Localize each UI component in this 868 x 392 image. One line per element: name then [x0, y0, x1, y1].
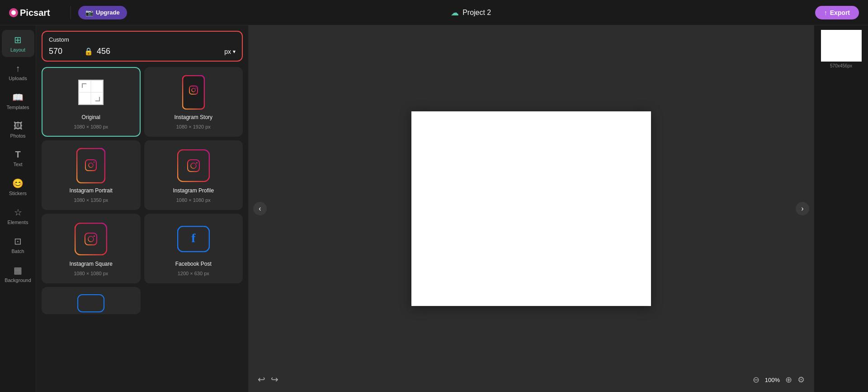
lock-icon: 🔒 [84, 47, 93, 56]
sidebar-item-batch[interactable]: ⊡ Batch [2, 231, 34, 258]
svg-rect-10 [183, 76, 204, 109]
size-name-ig-profile: Instagram Profile [173, 187, 214, 194]
canvas-next-button[interactable]: › [796, 202, 809, 215]
size-grid: Original 1080 × 1080 px [42, 67, 243, 314]
canvas-area: ‹ › ↩ ↪ ⊖ 100% ⊕ ⚙ [249, 25, 814, 392]
sidebar-item-photos[interactable]: 🖼 Photos [2, 116, 34, 143]
thumbnail-preview [821, 30, 862, 62]
project-name: Project 2 [462, 9, 491, 17]
svg-rect-28 [78, 295, 104, 312]
background-icon: ▦ [14, 265, 22, 276]
custom-label: Custom [49, 36, 236, 43]
header: Picsart 📷 Upgrade ☁ Project 2 ↑ Export [0, 0, 868, 25]
sidebar-item-label-stickers: Stickers [9, 191, 27, 196]
cloud-icon: ☁ [451, 8, 459, 18]
text-icon: T [15, 149, 20, 160]
sidebar-item-label-batch: Batch [11, 249, 24, 254]
size-dims-original: 1080 × 1080 px [74, 124, 108, 129]
size-item-icon-partial [77, 294, 104, 314]
settings-button[interactable]: ⚙ [797, 375, 805, 385]
sidebar-item-templates[interactable]: 📖 Templates [2, 87, 34, 115]
size-item-icon-fb-post: f [175, 221, 212, 257]
sidebar-item-uploads[interactable]: ↑ Uploads [2, 59, 34, 86]
sidebar-item-label-layout: Layout [10, 47, 25, 53]
batch-icon: ⊡ [14, 236, 22, 247]
layout-icon: ⊞ [14, 34, 22, 45]
chevron-down-icon: ▾ [233, 48, 236, 55]
sidebar-item-text[interactable]: T Text [2, 145, 34, 172]
svg-rect-22 [75, 223, 107, 255]
size-name-fb-post: Facebook Post [175, 261, 212, 267]
sidebar: ⊞ Layout ↑ Uploads 📖 Templates 🖼 Photos … [0, 25, 36, 392]
photos-icon: 🖼 [14, 121, 23, 131]
size-item-icon-ig-profile [175, 148, 212, 184]
logo[interactable]: Picsart [9, 5, 63, 20]
svg-point-1 [11, 10, 16, 15]
size-item-icon-ig-portrait [73, 148, 109, 184]
size-item-ig-portrait[interactable]: Instagram Portrait 1080 × 1350 px [42, 140, 141, 210]
custom-inputs: 🔒 px ▾ [49, 47, 236, 56]
main: ⊞ Layout ↑ Uploads 📖 Templates 🖼 Photos … [0, 25, 868, 392]
size-item-icon-ig-square [73, 221, 109, 257]
svg-rect-9 [99, 97, 100, 101]
svg-rect-7 [82, 83, 83, 88]
sidebar-item-label-text: Text [13, 162, 22, 167]
height-input[interactable] [97, 47, 128, 56]
sidebar-item-background[interactable]: ▦ Background [2, 260, 34, 287]
thumbnail-label: 570x456px [830, 63, 852, 68]
size-item-icon-ig-story [175, 74, 212, 110]
zoom-out-button[interactable]: ⊖ [753, 375, 760, 385]
size-item-partial[interactable] [42, 287, 141, 314]
size-item-ig-square[interactable]: Instagram Square 1080 × 1080 px [42, 214, 141, 283]
export-label: Export [830, 9, 850, 16]
sidebar-item-label-uploads: Uploads [9, 76, 27, 81]
camera-icon: 📷 [85, 9, 93, 16]
width-input[interactable] [49, 47, 80, 56]
size-name-ig-story: Instagram Story [174, 114, 212, 120]
layout-panel: Custom 🔒 px ▾ [36, 25, 249, 392]
upload-icon: ↑ [16, 63, 20, 74]
sidebar-item-elements[interactable]: ☆ Elements [2, 202, 34, 229]
size-dims-ig-story: 1080 × 1920 px [176, 124, 211, 129]
svg-rect-18 [178, 150, 209, 182]
header-center: ☁ Project 2 [451, 8, 491, 18]
zoom-level: 100% [765, 377, 780, 383]
export-button[interactable]: ↑ Export [815, 6, 859, 19]
templates-icon: 📖 [12, 92, 24, 103]
svg-point-13 [195, 88, 196, 89]
zoom-in-button[interactable]: ⊕ [785, 375, 792, 385]
redo-button[interactable]: ↪ [271, 374, 278, 385]
upgrade-button[interactable]: 📷 Upgrade [78, 6, 127, 19]
svg-point-21 [196, 162, 198, 163]
sidebar-item-label-templates: Templates [6, 105, 29, 110]
size-dims-fb-post: 1200 × 630 px [178, 271, 209, 276]
elements-icon: ☆ [14, 207, 22, 218]
svg-text:Picsart: Picsart [20, 8, 50, 18]
sidebar-item-stickers[interactable]: 😊 Stickers [2, 173, 34, 201]
size-item-ig-story[interactable]: Instagram Story 1080 × 1920 px [144, 67, 243, 137]
header-separator [71, 6, 71, 19]
unit-selector[interactable]: px ▾ [224, 48, 236, 55]
size-item-icon-original [73, 74, 109, 110]
size-dims-ig-profile: 1080 × 1080 px [176, 197, 211, 203]
right-panel: 570x456px [814, 25, 868, 392]
custom-size-box: Custom 🔒 px ▾ [42, 31, 243, 62]
header-left: Picsart 📷 Upgrade [9, 5, 127, 20]
canvas-prev-button[interactable]: ‹ [253, 202, 267, 215]
undo-button[interactable]: ↩ [258, 374, 265, 385]
svg-point-17 [94, 162, 94, 163]
size-item-ig-profile[interactable]: Instagram Profile 1080 × 1080 px [144, 140, 243, 210]
sidebar-item-label-elements: Elements [8, 220, 28, 225]
svg-rect-14 [77, 148, 105, 183]
sidebar-item-layout[interactable]: ⊞ Layout [2, 30, 34, 57]
size-item-original[interactable]: Original 1080 × 1080 px [42, 67, 141, 137]
size-name-ig-square: Instagram Square [70, 261, 113, 267]
svg-point-25 [94, 235, 95, 237]
undo-redo-group: ↩ ↪ [258, 374, 278, 385]
size-name-ig-portrait: Instagram Portrait [70, 187, 113, 194]
size-item-fb-post[interactable]: f Facebook Post 1200 × 630 px [144, 214, 243, 283]
upgrade-label: Upgrade [96, 9, 120, 16]
sidebar-item-label-photos: Photos [10, 133, 25, 139]
zoom-controls: ⊖ 100% ⊕ ⚙ [753, 375, 805, 385]
size-dims-ig-portrait: 1080 × 1350 px [74, 197, 108, 203]
